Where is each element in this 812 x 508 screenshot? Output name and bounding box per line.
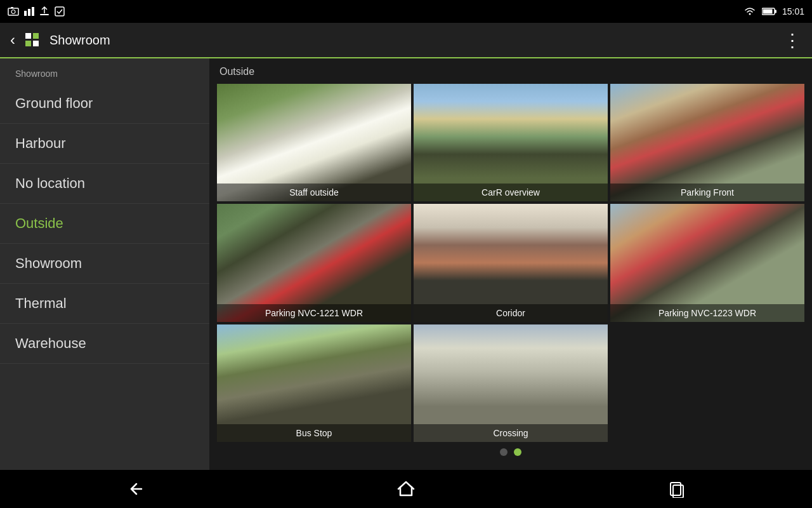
svg-rect-3 [24, 11, 27, 16]
svg-rect-2 [11, 7, 13, 8]
sidebar-item-no-location[interactable]: No location [0, 164, 209, 204]
grid-cell-2 [33, 33, 39, 39]
sidebar-item-warehouse[interactable]: Warehouse [0, 324, 209, 364]
camera-label-crossing: Crossing [414, 424, 608, 442]
page-dot-1[interactable] [500, 448, 508, 456]
chart-icon [24, 7, 34, 16]
camera-label-parking-nvc1221: Parking NVC-1221 WDR [217, 304, 411, 322]
pagination [217, 442, 804, 462]
camera-cell-parking-nvc1223[interactable]: Parking NVC-1223 WDR [610, 204, 804, 321]
upload-icon [39, 6, 49, 17]
home-nav-button[interactable] [387, 476, 425, 502]
camera-label-staff-outside: Staff outside [217, 184, 411, 201]
recents-nav-button[interactable] [658, 476, 696, 502]
back-nav-button[interactable] [116, 476, 154, 502]
overflow-menu-button[interactable]: ⋮ [783, 30, 802, 51]
home-nav-icon [396, 480, 416, 498]
camera-grid: Staff outside CarR overview Parking Fron… [217, 84, 804, 442]
camera-area: Outside Staff outside CarR overview Park… [209, 58, 812, 470]
status-bar: 15:01 [0, 0, 812, 23]
svg-rect-0 [8, 8, 18, 15]
app-title: Showroom [49, 33, 773, 48]
bottom-nav [0, 470, 812, 508]
sidebar-item-outside[interactable]: Outside [0, 204, 209, 244]
camera-cell-carr-overview[interactable]: CarR overview [414, 84, 608, 201]
sidebar-header: Showroom [0, 58, 209, 84]
time-display: 15:01 [782, 6, 804, 17]
status-bar-left [8, 6, 65, 17]
sidebar-item-harbour[interactable]: Harbour [0, 124, 209, 164]
recents-nav-icon [667, 480, 687, 498]
sidebar-item-thermal[interactable]: Thermal [0, 284, 209, 324]
camera-label-bus-stop: Bus Stop [217, 424, 411, 442]
grid-cell-4 [33, 41, 39, 46]
camera-cell-parking-front[interactable]: Parking Front [610, 84, 804, 201]
svg-rect-5 [32, 7, 34, 16]
grid-cell-3 [25, 41, 31, 46]
sidebar-item-ground-floor[interactable]: Ground floor [0, 84, 209, 124]
svg-rect-7 [55, 7, 64, 16]
svg-rect-9 [763, 10, 772, 14]
svg-point-1 [11, 10, 15, 14]
app-bar: ‹ Showroom ⋮ [0, 23, 812, 58]
back-nav-icon [124, 480, 147, 498]
sidebar-item-showroom[interactable]: Showroom [0, 244, 209, 284]
camera-label-carr-overview: CarR overview [414, 184, 608, 201]
camera-cell-bus-stop[interactable]: Bus Stop [217, 324, 411, 442]
svg-rect-4 [28, 9, 30, 16]
camera-area-title: Outside [217, 66, 804, 77]
grid-cell-1 [25, 33, 31, 39]
grid-icon [25, 33, 39, 47]
camera-cell-staff-outside[interactable]: Staff outside [217, 84, 411, 201]
page-dot-2[interactable] [514, 448, 521, 456]
camera-label-parking-nvc1223: Parking NVC-1223 WDR [610, 304, 804, 322]
back-button[interactable]: ‹ [10, 31, 15, 49]
camera-label-corridor: Coridor [414, 304, 608, 322]
main-content: Showroom Ground floor Harbour No locatio… [0, 58, 812, 470]
battery-icon [762, 7, 777, 16]
camera-cell-parking-nvc1221[interactable]: Parking NVC-1221 WDR [217, 204, 411, 321]
checkbox-icon [55, 6, 65, 17]
status-bar-right: 15:01 [743, 6, 804, 17]
camera-cell-empty [610, 324, 804, 442]
svg-rect-6 [40, 14, 49, 15]
camera-label-parking-front: Parking Front [610, 184, 804, 201]
wifi-icon [743, 6, 757, 17]
screenshot-icon [8, 7, 19, 16]
svg-rect-10 [775, 10, 776, 13]
camera-cell-crossing[interactable]: Crossing [414, 324, 608, 442]
camera-cell-corridor[interactable]: Coridor [414, 204, 608, 321]
sidebar: Showroom Ground floor Harbour No locatio… [0, 58, 209, 470]
